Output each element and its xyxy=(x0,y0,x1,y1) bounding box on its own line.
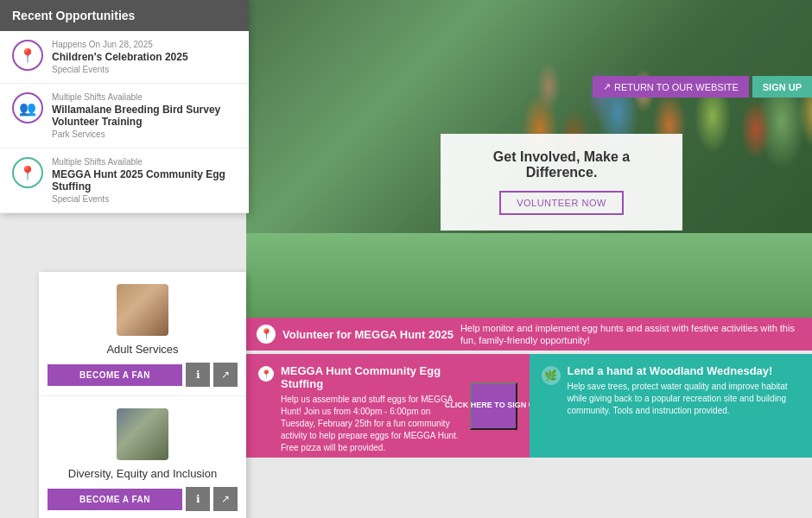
opp-icon-1: 📍 xyxy=(12,40,43,71)
recent-opportunities-panel: Recent Opportunities 📍 Happens On Jun 28… xyxy=(0,0,249,213)
megga-signup-button[interactable]: CLICK HERE TO SIGN UP! xyxy=(470,382,517,430)
opp-meta-2: Multiple Shifts Available xyxy=(52,92,237,102)
fan-card-2: Diversity, Equity and Inclusion BECOME A… xyxy=(39,396,246,518)
opp-icon-3: 📍 xyxy=(12,157,43,188)
woodland-icon: 🌿 xyxy=(542,366,561,385)
opportunity-item-2[interactable]: 👥 Multiple Shifts Available Willamalane … xyxy=(0,84,249,148)
woodland-card: 🌿 Lend a hand at Woodland Wednesday! Hel… xyxy=(530,354,813,458)
return-website-button[interactable]: ↗ RETURN TO OUR WEBSITE xyxy=(593,76,749,98)
woodland-card-content: Lend a hand at Woodland Wednesday! Help … xyxy=(568,364,801,447)
opp-title-3: MEGGA Hunt 2025 Community Egg Stuffing xyxy=(52,168,237,193)
opp-details-2: Multiple Shifts Available Willamalane Br… xyxy=(52,92,237,139)
opp-title-1: Children's Celebration 2025 xyxy=(52,51,188,63)
fan-avatar-img-2 xyxy=(117,408,168,460)
return-label: RETURN TO OUR WEBSITE xyxy=(614,82,739,92)
fan-name-2: Diversity, Equity and Inclusion xyxy=(68,467,217,480)
opp-category-1: Special Events xyxy=(52,65,188,74)
megga-pin-icon: 📍 xyxy=(258,366,274,382)
bottom-cards: 📍 MEGGA Hunt Community Egg Stuffing Help… xyxy=(246,354,812,458)
opp-details-3: Multiple Shifts Available MEGGA Hunt 202… xyxy=(52,157,237,204)
opp-category-2: Park Services xyxy=(52,130,237,139)
info-icon-2: ℹ xyxy=(196,493,200,505)
become-fan-button-2[interactable]: BECOME A FAN xyxy=(48,489,182,510)
hero-lower-bg xyxy=(246,233,812,318)
share-button-1[interactable]: ↗ xyxy=(213,363,238,387)
info-icon-1: ℹ xyxy=(196,369,200,381)
fan-cards-panel: Adult Services BECOME A FAN ℹ ↗ Diversit… xyxy=(39,272,246,518)
get-involved-box: Get Involved, Make a Difference. VOLUNTE… xyxy=(441,134,682,231)
opp-meta-3: Multiple Shifts Available xyxy=(52,157,237,167)
pink-banner: 📍 Volunteer for MEGGA Hunt 2025 Help mon… xyxy=(246,318,812,351)
fan-avatar-2 xyxy=(117,408,168,460)
recent-opportunities-header: Recent Opportunities xyxy=(0,0,249,31)
fan-name-1: Adult Services xyxy=(106,343,178,356)
fan-card-1: Adult Services BECOME A FAN ℹ ↗ xyxy=(39,272,246,396)
get-involved-title: Get Involved, Make a Difference. xyxy=(458,149,665,180)
megga-card-desc: Help us assemble and stuff eggs for MEGG… xyxy=(281,394,463,454)
woodland-card-desc: Help save trees, protect water quality a… xyxy=(568,381,801,417)
fan-actions-1: BECOME A FAN ℹ ↗ xyxy=(48,363,238,387)
top-buttons: ↗ RETURN TO OUR WEBSITE SIGN UP xyxy=(593,76,812,98)
signup-label: SIGN UP xyxy=(763,82,802,92)
opportunity-item-1[interactable]: 📍 Happens On Jun 28, 2025 Children's Cel… xyxy=(0,31,249,84)
share-icon-2: ↗ xyxy=(221,493,230,505)
pink-banner-icon: 📍 xyxy=(257,325,276,344)
signup-button[interactable]: SIGN UP xyxy=(752,76,812,98)
fan-avatar-1 xyxy=(117,284,168,336)
woodland-card-title: Lend a hand at Woodland Wednesday! xyxy=(568,364,801,377)
opp-category-3: Special Events xyxy=(52,194,237,204)
volunteer-now-button[interactable]: VOLUNTEER NOW xyxy=(499,191,624,215)
opp-details-1: Happens On Jun 28, 2025 Children's Celeb… xyxy=(52,40,188,74)
share-icon-1: ↗ xyxy=(221,369,230,381)
megga-card-content: MEGGA Hunt Community Egg Stuffing Help u… xyxy=(281,364,463,447)
become-fan-button-1[interactable]: BECOME A FAN xyxy=(48,364,182,386)
opportunity-item-3[interactable]: 📍 Multiple Shifts Available MEGGA Hunt 2… xyxy=(0,148,249,213)
opp-icon-2: 👥 xyxy=(12,92,43,123)
opp-title-2: Willamalane Breeding Bird Survey Volunte… xyxy=(52,104,237,128)
return-icon: ↗ xyxy=(603,81,611,92)
pink-banner-bold: Volunteer for MEGGA Hunt 2025 xyxy=(282,328,454,341)
megga-card-title: MEGGA Hunt Community Egg Stuffing xyxy=(281,364,463,390)
share-button-2[interactable]: ↗ xyxy=(213,487,238,511)
info-button-1[interactable]: ℹ xyxy=(186,363,210,387)
fan-actions-2: BECOME A FAN ℹ ↗ xyxy=(48,487,238,511)
pink-banner-normal: Help monitor and implement egg hunts and… xyxy=(460,322,802,347)
fan-avatar-img-1 xyxy=(117,284,168,336)
opp-meta-1: Happens On Jun 28, 2025 xyxy=(52,40,188,49)
megga-card: 📍 MEGGA Hunt Community Egg Stuffing Help… xyxy=(246,354,530,458)
info-button-2[interactable]: ℹ xyxy=(186,487,210,511)
